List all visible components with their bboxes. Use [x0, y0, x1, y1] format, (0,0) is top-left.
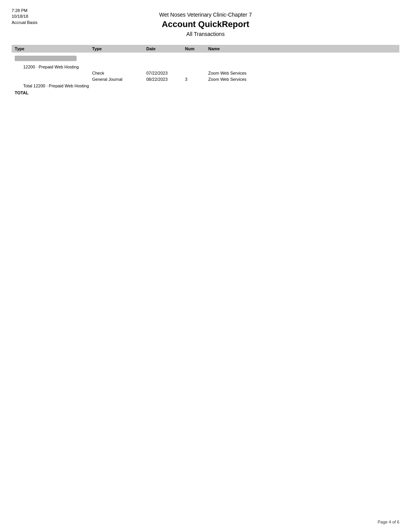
report-header: Wet Noses Veterinary Clinic-Chapter 7 Ac…	[12, 8, 399, 37]
page-footer: Page 4 of 6	[378, 520, 399, 524]
report-time: 7:28 PM	[12, 8, 38, 14]
col-header-name: Name	[205, 45, 275, 53]
row-num: 3	[182, 76, 205, 82]
table-row: General Journal 08/22/2023 3 Zoom Web Se…	[12, 76, 399, 82]
row-indent	[12, 70, 89, 76]
page-number: Page 4 of 6	[378, 520, 399, 524]
row-type: Check	[89, 70, 143, 76]
account-label-row: 12200 · Prepaid Web Hosting	[12, 62, 399, 70]
header-meta: 7:28 PM 10/18/18 Accrual Basis	[12, 8, 38, 26]
col-header-extra	[275, 45, 399, 53]
report-date: 10/18/18	[12, 14, 38, 19]
row-extra	[275, 76, 399, 82]
col-header-num: Num	[182, 45, 205, 53]
account-section-row	[12, 53, 399, 62]
page-container: 7:28 PM 10/18/18 Accrual Basis Wet Noses…	[0, 0, 411, 532]
account-total-label: Total 12200 · Prepaid Web Hosting	[23, 84, 89, 88]
row-indent	[12, 76, 89, 82]
grand-total-row: TOTAL	[12, 89, 399, 96]
row-date: 08/22/2023	[143, 76, 182, 82]
row-extra	[275, 70, 399, 76]
grand-total-label: TOTAL	[15, 90, 29, 95]
account-total-row: Total 12200 · Prepaid Web Hosting	[12, 82, 399, 89]
report-basis: Accrual Basis	[12, 20, 38, 26]
redacted-account-bar	[15, 56, 77, 61]
table-row: Check 07/22/2023 Zoom Web Services	[12, 70, 399, 76]
col-header-type: Type	[12, 45, 89, 53]
company-name: Wet Noses Veterinary Clinic-Chapter 7	[12, 12, 399, 18]
row-name: Zoom Web Services	[205, 70, 275, 76]
col-header-date: Date	[143, 45, 182, 53]
row-name: Zoom Web Services	[205, 76, 275, 82]
row-type: General Journal	[89, 76, 143, 82]
row-date: 07/22/2023	[143, 70, 182, 76]
col-header-type-label: Type	[89, 45, 143, 53]
report-subtitle: All Transactions	[12, 31, 399, 37]
row-num	[182, 70, 205, 76]
report-title: Account QuickReport	[12, 19, 399, 29]
account-full-label: 12200 · Prepaid Web Hosting	[23, 65, 79, 69]
report-table: Type Type Date Num Name 12200 · Prepaid …	[12, 45, 399, 96]
